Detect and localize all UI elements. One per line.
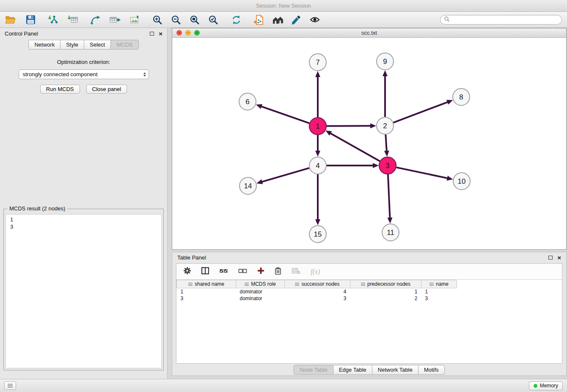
traffic-lights (176, 30, 200, 36)
criterion-select-value: strongly connected component (23, 71, 98, 77)
zoom-fit-icon[interactable] (189, 14, 201, 26)
close-panel-button[interactable]: Close panel (86, 85, 127, 94)
tab-edge-table[interactable]: Edge Table (333, 365, 372, 375)
mcds-result-item[interactable]: 3 (10, 223, 157, 230)
node-7[interactable]: 7 (309, 54, 326, 71)
svg-text:2: 2 (383, 122, 387, 130)
node-3[interactable]: 3 (379, 157, 396, 174)
node-4[interactable]: 4 (309, 157, 326, 174)
search-input[interactable] (452, 17, 558, 23)
window-zoom-icon[interactable] (194, 30, 200, 36)
node-10[interactable]: 10 (453, 173, 470, 190)
edge-arrowhead-icon (447, 176, 453, 181)
refresh-icon[interactable] (230, 14, 242, 26)
import-table-icon[interactable] (67, 14, 79, 26)
zoom-out-icon[interactable] (170, 14, 182, 26)
import-network-icon[interactable] (47, 14, 59, 26)
edge-3-1[interactable] (330, 133, 380, 161)
mcds-result-item[interactable]: 1 (10, 216, 157, 223)
window-minimize-icon[interactable] (185, 30, 191, 36)
edge-2-8[interactable] (394, 102, 449, 122)
edge-3-10[interactable] (396, 167, 449, 178)
cell[interactable]: 3 (421, 295, 457, 302)
add-column-icon[interactable] (257, 267, 264, 276)
edge-1-2[interactable] (327, 126, 372, 126)
close-panel-icon[interactable] (159, 30, 162, 37)
criterion-select[interactable]: strongly connected component (19, 69, 149, 79)
column-header-mcds-role[interactable]: MCDS role (236, 280, 285, 288)
open-session-icon[interactable] (4, 14, 16, 26)
tab-mcds[interactable]: MCDS (110, 40, 138, 50)
memory-status-icon (534, 384, 537, 388)
zoom-selected-icon[interactable] (207, 14, 219, 26)
column-header-shared-name[interactable]: shared name (177, 280, 236, 288)
cell[interactable]: 2 (350, 295, 421, 302)
select-stepper-icon (143, 72, 146, 77)
edge-1-6[interactable] (260, 106, 309, 124)
window-close-icon[interactable] (176, 30, 182, 36)
delete-table-icon[interactable] (292, 268, 300, 276)
show-hide-icon[interactable] (309, 14, 321, 26)
svg-text:8: 8 (459, 93, 463, 101)
apply-style-icon[interactable] (290, 14, 302, 26)
search-field[interactable] (440, 15, 562, 25)
column-header-predecessor-nodes[interactable]: predecessor nodes (350, 280, 421, 288)
table-row[interactable]: 3 dominator 3 2 3 (177, 295, 457, 302)
tab-network-table[interactable]: Network Table (372, 365, 418, 375)
select-all-checkboxes-icon[interactable] (219, 268, 228, 276)
float-table-panel-icon[interactable] (548, 256, 553, 259)
cell[interactable]: 1 (177, 288, 236, 295)
node-9[interactable]: 9 (377, 53, 394, 70)
export-table-icon[interactable] (109, 14, 121, 26)
table-tabs: Node Table Edge Table Network Table Moti… (172, 364, 566, 375)
table-row[interactable]: 1 dominator 4 1 1 (177, 288, 457, 295)
network-canvas[interactable]: 7968124314101511 (172, 38, 566, 249)
svg-text:11: 11 (387, 229, 394, 237)
cell[interactable]: 1 (421, 288, 457, 295)
memory-button[interactable]: Memory (529, 381, 563, 390)
delete-column-icon[interactable] (275, 267, 281, 276)
node-table: shared name MCDS role successor nodes pr… (176, 280, 457, 302)
optimization-criterion-label: Optimization criterion: (0, 59, 167, 65)
node-8[interactable]: 8 (453, 88, 470, 105)
cell[interactable]: 3 (285, 295, 350, 302)
column-header-name[interactable]: name (421, 280, 457, 288)
node-1[interactable]: 1 (309, 118, 326, 135)
close-table-panel-icon[interactable] (557, 254, 561, 261)
tab-network[interactable]: Network (28, 40, 61, 50)
sort-icon (245, 282, 249, 286)
cell[interactable]: 1 (350, 288, 421, 295)
export-network-icon[interactable] (90, 14, 102, 26)
column-layout-icon[interactable] (201, 267, 209, 276)
node-14[interactable]: 14 (239, 177, 256, 194)
save-session-icon[interactable] (25, 14, 36, 26)
cell[interactable]: dominator (236, 288, 285, 295)
node-15[interactable]: 15 (309, 226, 326, 243)
tab-motifs[interactable]: Motifs (418, 365, 445, 375)
function-builder-icon[interactable]: f(x) (311, 268, 320, 276)
node-11[interactable]: 11 (382, 224, 399, 241)
edge-2-3[interactable] (385, 135, 387, 152)
console-button[interactable] (4, 381, 16, 390)
mcds-result-title: MCDS result (2 nodes) (7, 205, 67, 212)
column-header-successor-nodes[interactable]: successor nodes (285, 280, 350, 288)
first-neighbors-icon[interactable] (272, 14, 284, 26)
export-image-icon[interactable] (129, 14, 140, 26)
float-panel-icon[interactable] (150, 32, 154, 36)
cell[interactable]: 3 (177, 295, 236, 302)
node-6[interactable]: 6 (239, 93, 256, 110)
sort-icon (188, 282, 193, 286)
settings-gear-icon[interactable] (183, 267, 191, 276)
network-document-icon[interactable] (253, 14, 265, 26)
clear-checkboxes-icon[interactable] (238, 268, 247, 276)
zoom-in-icon[interactable] (151, 14, 163, 26)
cell[interactable]: dominator (236, 295, 285, 302)
tab-node-table[interactable]: Node Table (294, 365, 333, 375)
edge-4-14[interactable] (261, 168, 309, 182)
node-2[interactable]: 2 (377, 117, 394, 134)
edge-3-11[interactable] (388, 174, 390, 219)
tab-style[interactable]: Style (60, 40, 84, 50)
cell[interactable]: 4 (285, 288, 350, 295)
run-mcds-button[interactable]: Run MCDS (40, 85, 80, 94)
tab-select[interactable]: Select (84, 40, 111, 50)
